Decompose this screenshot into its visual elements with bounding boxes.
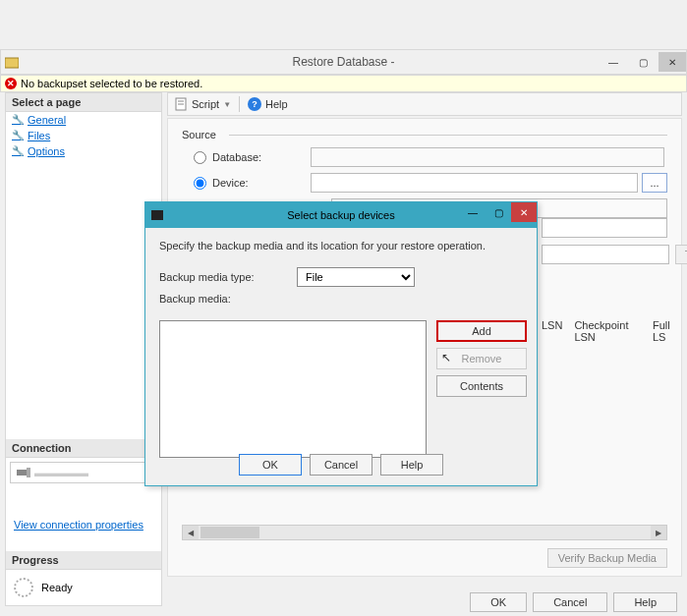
error-icon: ✕ <box>5 78 17 89</box>
left-panel: Select a page 🔧 General 🔧 Files 🔧 Option… <box>5 92 162 606</box>
svg-rect-0 <box>5 58 19 68</box>
progress-header: Progress <box>6 551 161 570</box>
media-type-label: Backup media type: <box>159 271 297 283</box>
source-section-label: Source <box>182 129 667 140</box>
maximize-button[interactable]: ▢ <box>629 52 657 72</box>
nav-files[interactable]: 🔧 Files <box>6 128 161 143</box>
cursor-icon: ↖ <box>441 351 451 364</box>
remove-button: ↖ Remove <box>436 348 527 369</box>
nav-general[interactable]: 🔧 General <box>6 112 161 128</box>
database-radio-label: Database: <box>212 151 311 163</box>
close-button[interactable]: ✕ <box>658 52 686 72</box>
device-textbox[interactable] <box>311 173 638 193</box>
nav-files-label: Files <box>28 130 50 141</box>
dialog-icon <box>151 210 163 220</box>
connection-info: ▬▬▬▬▬ <box>10 462 157 483</box>
timeline-button[interactable]: Timeline... <box>675 245 687 264</box>
small-input[interactable] <box>542 245 669 264</box>
scroll-left-arrow[interactable]: ◀ <box>183 526 199 539</box>
col-lsn: LSN <box>542 319 562 343</box>
main-help-button[interactable]: Help <box>613 592 677 612</box>
app-icon <box>5 56 19 70</box>
dialog-ok-button[interactable]: OK <box>239 454 302 476</box>
backup-media-list[interactable] <box>159 320 427 458</box>
warning-text: No backupset selected to be restored. <box>21 78 202 89</box>
nav-options[interactable]: 🔧 Options <box>6 143 161 159</box>
database-radio[interactable] <box>194 151 206 164</box>
select-backup-dialog: Select backup devices — ▢ ✕ Specify the … <box>144 201 538 486</box>
browse-button[interactable]: ... <box>642 173 667 193</box>
svg-rect-1 <box>17 470 27 476</box>
view-connection-link[interactable]: View connection properties <box>6 487 161 538</box>
add-button[interactable]: Add <box>436 320 527 342</box>
wrench-icon: 🔧 <box>12 130 24 141</box>
svg-rect-2 <box>27 468 30 477</box>
scroll-thumb[interactable] <box>200 527 259 538</box>
device-radio-label: Device: <box>212 177 311 189</box>
dialog-help-button[interactable]: Help <box>380 454 443 476</box>
media-label: Backup media: <box>159 293 297 305</box>
dialog-minimize[interactable]: — <box>460 202 486 222</box>
main-ok-button[interactable]: OK <box>470 592 527 612</box>
wrench-icon: 🔧 <box>12 114 24 126</box>
progress-status: Ready <box>41 582 73 593</box>
nav-general-label: General <box>28 114 66 126</box>
dialog-title: Select backup devices <box>287 209 394 221</box>
warning-bar: ✕ No backupset selected to be restored. <box>0 75 687 92</box>
scroll-right-arrow[interactable]: ▶ <box>651 526 666 539</box>
script-button[interactable]: Script <box>192 98 219 110</box>
main-cancel-button[interactable]: Cancel <box>533 592 607 612</box>
media-type-select[interactable]: File <box>297 267 415 287</box>
combo-2[interactable] <box>542 218 667 238</box>
dialog-maximize[interactable]: ▢ <box>486 202 511 222</box>
horizontal-scrollbar[interactable]: ◀ ▶ <box>182 525 667 540</box>
minimize-button[interactable]: — <box>600 52 627 72</box>
col-checkpoint: Checkpoint LSN <box>574 319 641 343</box>
server-icon <box>17 468 30 477</box>
wrench-icon: 🔧 <box>12 145 24 157</box>
help-icon: ? <box>248 97 261 111</box>
contents-button[interactable]: Contents <box>436 375 527 397</box>
verify-backup-button[interactable]: Verify Backup Media <box>547 548 667 568</box>
col-full: Full LS <box>653 319 681 343</box>
script-dropdown[interactable]: ▼ <box>223 100 231 109</box>
help-button[interactable]: Help <box>265 98 288 110</box>
device-radio[interactable] <box>194 177 206 190</box>
separator <box>239 96 240 112</box>
connection-header: Connection <box>6 439 161 458</box>
select-page-header: Select a page <box>6 93 161 112</box>
dialog-titlebar: Select backup devices — ▢ ✕ <box>145 202 537 228</box>
bottom-buttons: OK Cancel Help <box>470 592 677 612</box>
dialog-close[interactable]: ✕ <box>511 202 537 222</box>
script-icon <box>174 97 188 111</box>
dialog-cancel-button[interactable]: Cancel <box>310 454 372 476</box>
column-headers: LSN Checkpoint LSN Full LS <box>542 319 681 343</box>
main-window-titlebar: Restore Database - — ▢ ✕ <box>0 49 687 75</box>
spinner-icon <box>14 578 33 597</box>
nav-options-label: Options <box>28 145 65 157</box>
dialog-instruction: Specify the backup media and its locatio… <box>159 240 523 252</box>
main-window-title: Restore Database - <box>292 55 394 69</box>
toolbar: Script ▼ ? Help <box>167 92 682 116</box>
database-combo[interactable] <box>311 147 664 167</box>
